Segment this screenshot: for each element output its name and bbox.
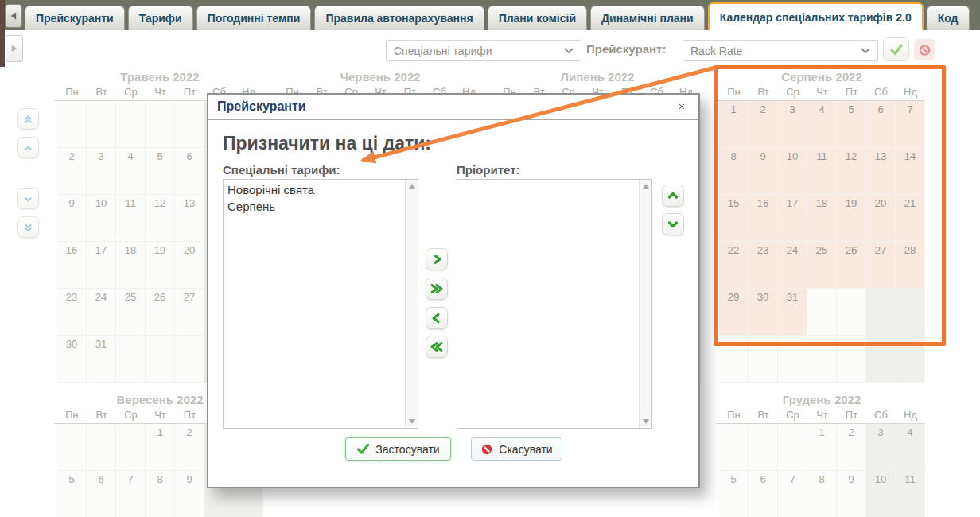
day-cell-28[interactable]: 28: [896, 242, 925, 289]
day-cell-9[interactable]: 9: [837, 471, 866, 517]
tab-1[interactable]: Прейскуранти: [25, 6, 125, 30]
day-cell-9[interactable]: 9: [175, 471, 204, 517]
confirm-button[interactable]: [883, 37, 909, 61]
day-cell-empty[interactable]: [837, 336, 866, 383]
priority-down-button[interactable]: [662, 213, 684, 235]
day-cell-4[interactable]: 4: [896, 424, 925, 471]
day-cell-23[interactable]: 23: [57, 289, 87, 336]
move-right-button[interactable]: [426, 248, 448, 270]
day-cell-6[interactable]: 6: [175, 148, 204, 195]
day-cell-3[interactable]: 3: [87, 148, 116, 195]
day-cell-empty[interactable]: [807, 336, 837, 383]
priority-listbox[interactable]: [457, 179, 652, 429]
day-cell-7[interactable]: 7: [896, 101, 925, 148]
day-cell-2[interactable]: 2: [57, 148, 87, 195]
scroll-up-icon[interactable]: [409, 184, 415, 189]
listbox-scrollbar[interactable]: [639, 180, 651, 428]
calendar-scroll-first-button[interactable]: [18, 108, 39, 130]
scroll-down-icon[interactable]: [409, 419, 415, 424]
day-cell-3[interactable]: 3: [866, 424, 896, 471]
day-cell-19[interactable]: 19: [837, 195, 866, 242]
day-cell-5[interactable]: 5: [719, 471, 749, 517]
day-cell-4[interactable]: 4: [116, 148, 146, 195]
tab-7-active[interactable]: Календар спеціальних тарифів 2.0: [708, 2, 924, 30]
day-cell-23[interactable]: 23: [749, 242, 778, 289]
list-item[interactable]: Серпень: [228, 198, 401, 215]
listbox-scrollbar[interactable]: [405, 180, 418, 428]
day-cell-17[interactable]: 17: [778, 195, 807, 242]
rate-type-select[interactable]: Спеціальні тарифи: [386, 40, 581, 61]
day-cell-5[interactable]: 5: [57, 471, 87, 517]
day-cell-30[interactable]: 30: [749, 289, 778, 336]
day-cell-17[interactable]: 17: [87, 242, 116, 289]
dialog-close-button[interactable]: [674, 99, 690, 115]
day-cell-3[interactable]: 3: [778, 101, 807, 148]
cancel-button[interactable]: Скасувати: [471, 437, 562, 461]
day-cell-11[interactable]: 11: [116, 195, 146, 242]
day-cell-14[interactable]: 14: [896, 148, 925, 195]
day-cell-empty[interactable]: [866, 289, 896, 336]
day-cell-7[interactable]: 7: [778, 471, 807, 517]
day-cell-6[interactable]: 6: [87, 471, 116, 517]
day-cell-21[interactable]: 21: [896, 195, 925, 242]
tab-3[interactable]: Погодинні темпи: [196, 6, 312, 30]
day-cell-empty[interactable]: [146, 336, 175, 383]
day-cell-27[interactable]: 27: [175, 289, 204, 336]
move-all-right-button[interactable]: [426, 278, 448, 300]
price-list-select[interactable]: Rack Rate: [682, 40, 878, 61]
day-cell-8[interactable]: 8: [807, 471, 837, 517]
day-cell-24[interactable]: 24: [87, 289, 116, 336]
day-cell-4[interactable]: 4: [807, 101, 837, 148]
day-cell-19[interactable]: 19: [146, 242, 175, 289]
day-cell-15[interactable]: 15: [719, 195, 749, 242]
move-all-left-button[interactable]: [426, 336, 448, 358]
tab-6[interactable]: Динамічні плани: [590, 6, 705, 30]
cancel-filter-button[interactable]: [914, 39, 935, 60]
day-cell-empty[interactable]: [866, 336, 896, 383]
priority-up-button[interactable]: [662, 185, 684, 207]
day-cell-5[interactable]: 5: [146, 148, 175, 195]
sidebar-expander-button[interactable]: [6, 35, 23, 62]
day-cell-7[interactable]: 7: [116, 471, 146, 517]
day-cell-11[interactable]: 11: [807, 148, 837, 195]
day-cell-2[interactable]: 2: [175, 424, 204, 471]
day-cell-12[interactable]: 12: [146, 195, 175, 242]
day-cell-8[interactable]: 8: [146, 471, 175, 517]
day-cell-empty[interactable]: [837, 289, 866, 336]
apply-button[interactable]: Застосувати: [345, 437, 451, 461]
day-cell-empty[interactable]: [175, 101, 204, 148]
tab-4[interactable]: Правила автонарахування: [314, 6, 484, 30]
day-cell-5[interactable]: 5: [837, 101, 866, 148]
day-cell-31[interactable]: 31: [87, 336, 116, 383]
scroll-up-icon[interactable]: [643, 184, 649, 189]
day-cell-13[interactable]: 13: [175, 195, 204, 242]
day-cell-6[interactable]: 6: [749, 471, 778, 517]
day-cell-22[interactable]: 22: [719, 242, 749, 289]
day-cell-empty[interactable]: [175, 336, 204, 383]
day-cell-12[interactable]: 12: [837, 148, 866, 195]
special-rates-listbox[interactable]: Новорічні святаСерпень: [223, 179, 418, 429]
day-cell-18[interactable]: 18: [807, 195, 837, 242]
day-cell-empty[interactable]: [807, 289, 837, 336]
day-cell-20[interactable]: 20: [866, 195, 896, 242]
tab-5[interactable]: Плани комісій: [488, 6, 587, 30]
day-cell-18[interactable]: 18: [116, 242, 146, 289]
day-cell-8[interactable]: 8: [719, 148, 749, 195]
day-cell-24[interactable]: 24: [778, 242, 807, 289]
day-cell-empty[interactable]: [719, 424, 749, 471]
day-cell-empty[interactable]: [116, 424, 146, 471]
day-cell-29[interactable]: 29: [719, 289, 749, 336]
day-cell-empty[interactable]: [719, 336, 749, 383]
day-cell-10[interactable]: 10: [778, 148, 807, 195]
day-cell-6[interactable]: 6: [866, 101, 896, 148]
tab-scroll-left-button[interactable]: [5, 4, 22, 28]
day-cell-empty[interactable]: [87, 424, 116, 471]
tab-2[interactable]: Тарифи: [128, 6, 193, 30]
day-cell-empty[interactable]: [778, 424, 807, 471]
day-cell-2[interactable]: 2: [749, 101, 778, 148]
day-cell-1[interactable]: 1: [719, 101, 749, 148]
day-cell-empty[interactable]: [57, 424, 87, 471]
day-cell-9[interactable]: 9: [57, 195, 87, 242]
day-cell-9[interactable]: 9: [749, 148, 778, 195]
day-cell-empty[interactable]: [896, 289, 925, 336]
